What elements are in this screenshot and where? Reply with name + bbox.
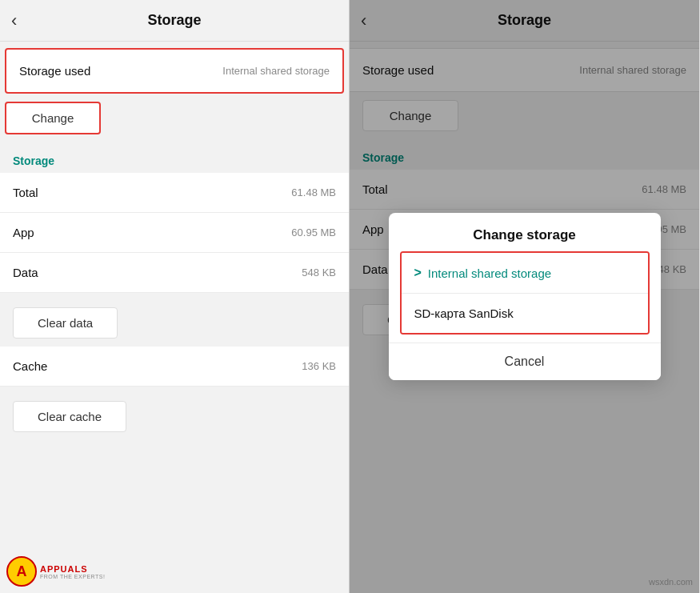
app-value: 60.95 MB: [291, 226, 336, 238]
dialog-option-internal[interactable]: > Internal shared storage: [402, 253, 648, 294]
appuals-watermark: A APPUALS FROM THE EXPERTS!: [6, 556, 105, 587]
divider-1: [0, 293, 349, 299]
dialog-cancel-button[interactable]: Cancel: [389, 343, 661, 380]
clear-cache-button[interactable]: Clear cache: [13, 401, 126, 432]
cache-value: 136 KB: [302, 360, 336, 372]
app-label: App: [13, 226, 34, 239]
appuals-sub-text: FROM THE EXPERTS!: [40, 574, 105, 579]
dialog-option-internal-label: Internal shared storage: [428, 266, 551, 280]
list-item-app: App 60.95 MB: [0, 213, 349, 253]
dialog-options-list: > Internal shared storage SD-карта SanDi…: [400, 251, 650, 335]
change-btn-wrapper: Change: [0, 94, 349, 142]
divider-2: [0, 387, 349, 393]
list-item-total: Total 61.48 MB: [0, 173, 349, 213]
storage-used-label: Storage used: [19, 64, 90, 78]
left-content: Storage used Internal shared storage Cha…: [0, 42, 349, 593]
dialog-title: Change storage: [389, 213, 661, 251]
appuals-main-text: APPUALS: [40, 564, 105, 574]
appuals-logo-circle: A: [6, 556, 37, 587]
dialog-option-sdcard[interactable]: SD-карта SanDisk: [402, 294, 648, 333]
change-button[interactable]: Change: [5, 102, 101, 134]
clear-cache-wrapper: Clear cache: [0, 393, 349, 440]
dialog-overlay[interactable]: Change storage > Internal shared storage…: [350, 0, 699, 593]
left-panel: ‹ Storage Storage used Internal shared s…: [0, 0, 350, 593]
dialog-option-sdcard-label: SD-карта SanDisk: [414, 307, 514, 320]
clear-data-button[interactable]: Clear data: [13, 307, 118, 339]
left-page-title: Storage: [147, 12, 201, 29]
left-back-button[interactable]: ‹: [11, 10, 17, 31]
list-item-cache: Cache 136 KB: [0, 347, 349, 387]
storage-section-title: Storage: [13, 154, 54, 167]
storage-used-value: Internal shared storage: [222, 65, 330, 77]
chevron-right-icon: >: [414, 266, 422, 280]
left-top-bar: ‹ Storage: [0, 0, 349, 42]
storage-section-header: Storage: [0, 142, 349, 173]
storage-items-list: Total 61.48 MB App 60.95 MB Data 548 KB: [0, 173, 349, 293]
total-value: 61.48 MB: [291, 186, 336, 198]
change-storage-dialog: Change storage > Internal shared storage…: [389, 213, 661, 380]
list-item-data: Data 548 KB: [0, 253, 349, 293]
appuals-logo-text: APPUALS FROM THE EXPERTS!: [40, 564, 105, 579]
data-value: 548 KB: [302, 266, 336, 278]
cache-label: Cache: [13, 359, 47, 373]
data-label: Data: [13, 266, 38, 279]
total-label: Total: [13, 186, 38, 199]
storage-used-row: Storage used Internal shared storage: [5, 48, 344, 94]
clear-data-wrapper: Clear data: [0, 299, 349, 347]
right-panel: ‹ Storage Storage used Internal shared s…: [350, 0, 699, 593]
